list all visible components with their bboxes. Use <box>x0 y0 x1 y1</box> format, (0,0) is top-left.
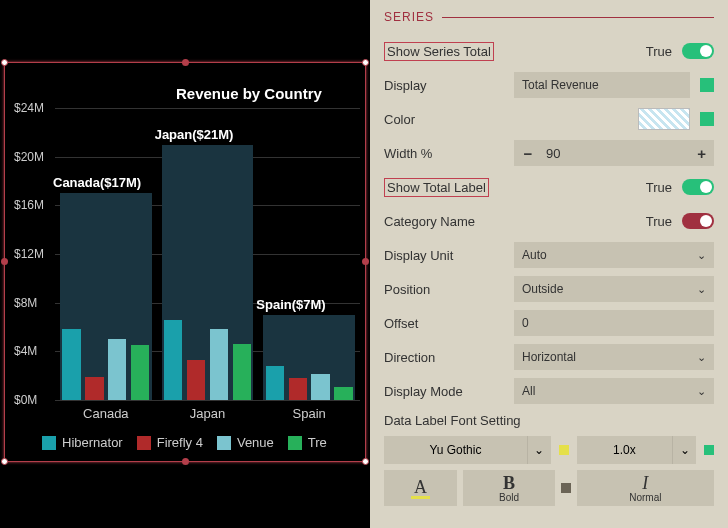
y-tick-label: $4M <box>14 344 37 358</box>
chevron-down-icon: ⌄ <box>697 385 706 398</box>
grid-line <box>55 400 360 401</box>
y-tick-label: $8M <box>14 296 37 310</box>
category-name-toggle[interactable] <box>682 213 714 229</box>
font-color-swatch-2[interactable] <box>704 445 714 455</box>
series-bar[interactable] <box>187 360 205 400</box>
series-bar[interactable] <box>164 320 182 400</box>
series-bar[interactable] <box>131 345 149 400</box>
show-total-label-value: True <box>646 180 672 195</box>
width-value: 90 <box>542 146 686 161</box>
series-bar[interactable] <box>266 366 284 400</box>
width-increment[interactable]: + <box>686 145 714 162</box>
legend-label: Tre <box>308 435 327 450</box>
y-tick-label: $0M <box>14 393 37 407</box>
chevron-down-icon: ⌄ <box>527 436 551 464</box>
font-color-letter: A <box>411 478 430 499</box>
color-label: Color <box>384 112 514 127</box>
y-tick-label: $12M <box>14 247 44 261</box>
legend-label: Hibernator <box>62 435 123 450</box>
display-input[interactable]: Total Revenue <box>514 72 690 98</box>
resize-handle-se[interactable] <box>362 458 369 465</box>
resize-handle-sw[interactable] <box>1 458 8 465</box>
display-value: Total Revenue <box>522 78 599 92</box>
chart-legend: HibernatorFirefly 4VenueTre <box>42 435 327 450</box>
y-tick-label: $24M <box>14 101 44 115</box>
resize-handle-w[interactable] <box>1 258 8 265</box>
legend-swatch <box>217 436 231 450</box>
total-label: Canada($17M) <box>53 175 141 190</box>
position-value: Outside <box>522 282 563 296</box>
position-label: Position <box>384 282 514 297</box>
category-name-label: Category Name <box>384 214 514 229</box>
total-label: Japan($21M) <box>155 127 234 142</box>
section-header: SERIES <box>384 10 714 24</box>
width-stepper[interactable]: − 90 + <box>514 140 714 166</box>
resize-handle-ne[interactable] <box>362 59 369 66</box>
font-family-value: Yu Gothic <box>429 443 481 457</box>
display-label: Display <box>384 78 514 93</box>
bold-button[interactable]: B Bold <box>463 470 555 506</box>
series-bar[interactable] <box>334 387 352 400</box>
display-mode-label: Display Mode <box>384 384 514 399</box>
direction-label: Direction <box>384 350 514 365</box>
series-bar[interactable] <box>289 378 307 400</box>
total-label: Spain($7M) <box>256 297 325 312</box>
legend-swatch <box>288 436 302 450</box>
chevron-down-icon: ⌄ <box>697 283 706 296</box>
font-color-swatch-1[interactable] <box>559 445 569 455</box>
show-series-total-label: Show Series Total <box>384 42 494 61</box>
width-label: Width % <box>384 146 514 161</box>
series-bar[interactable] <box>62 329 80 400</box>
chevron-down-icon: ⌄ <box>697 249 706 262</box>
display-unit-label: Display Unit <box>384 248 514 263</box>
font-color-button[interactable]: A <box>384 470 457 506</box>
resize-handle-nw[interactable] <box>1 59 8 66</box>
legend-item[interactable]: Tre <box>288 435 327 450</box>
color-swatch[interactable] <box>700 112 714 126</box>
category-label: Japan <box>157 406 259 421</box>
position-select[interactable]: Outside⌄ <box>514 276 714 302</box>
width-decrement[interactable]: − <box>514 145 542 162</box>
font-family-select[interactable]: Yu Gothic ⌄ <box>384 436 551 464</box>
display-color-swatch[interactable] <box>700 78 714 92</box>
direction-value: Horizontal <box>522 350 576 364</box>
category-label: Canada <box>55 406 157 421</box>
chart-canvas[interactable]: Revenue by Country $0M$4M$8M$12M$16M$20M… <box>0 0 370 528</box>
resize-handle-s[interactable] <box>182 458 189 465</box>
display-unit-value: Auto <box>522 248 547 262</box>
show-series-total-toggle[interactable] <box>682 43 714 59</box>
legend-item[interactable]: Hibernator <box>42 435 123 450</box>
bold-letter: B <box>503 474 515 492</box>
series-bar[interactable] <box>311 374 329 400</box>
series-bar[interactable] <box>210 329 228 400</box>
resize-handle-e[interactable] <box>362 258 369 265</box>
section-title: SERIES <box>384 10 434 24</box>
series-bar[interactable] <box>233 344 251 400</box>
display-unit-select[interactable]: Auto⌄ <box>514 242 714 268</box>
bold-text: Bold <box>499 492 519 503</box>
legend-item[interactable]: Firefly 4 <box>137 435 203 450</box>
font-scale-select[interactable]: 1.0x ⌄ <box>577 436 696 464</box>
y-tick-label: $16M <box>14 198 44 212</box>
series-bar[interactable] <box>85 377 103 400</box>
grid-line <box>55 108 360 109</box>
offset-input[interactable]: 0 <box>514 310 714 336</box>
show-total-label-label: Show Total Label <box>384 178 489 197</box>
legend-swatch <box>137 436 151 450</box>
legend-item[interactable]: Venue <box>217 435 274 450</box>
bold-swatch[interactable] <box>561 483 571 493</box>
category-name-value: True <box>646 214 672 229</box>
show-total-label-toggle[interactable] <box>682 179 714 195</box>
legend-label: Firefly 4 <box>157 435 203 450</box>
section-line <box>442 17 714 18</box>
italic-button[interactable]: I Normal <box>577 470 714 506</box>
category-label: Spain <box>258 406 360 421</box>
chart-title: Revenue by Country <box>176 85 322 102</box>
italic-letter: I <box>642 474 648 492</box>
resize-handle-n[interactable] <box>182 59 189 66</box>
color-picker[interactable] <box>638 108 690 130</box>
italic-text: Normal <box>629 492 661 503</box>
series-bar[interactable] <box>108 339 126 400</box>
direction-select[interactable]: Horizontal⌄ <box>514 344 714 370</box>
display-mode-select[interactable]: All⌄ <box>514 378 714 404</box>
